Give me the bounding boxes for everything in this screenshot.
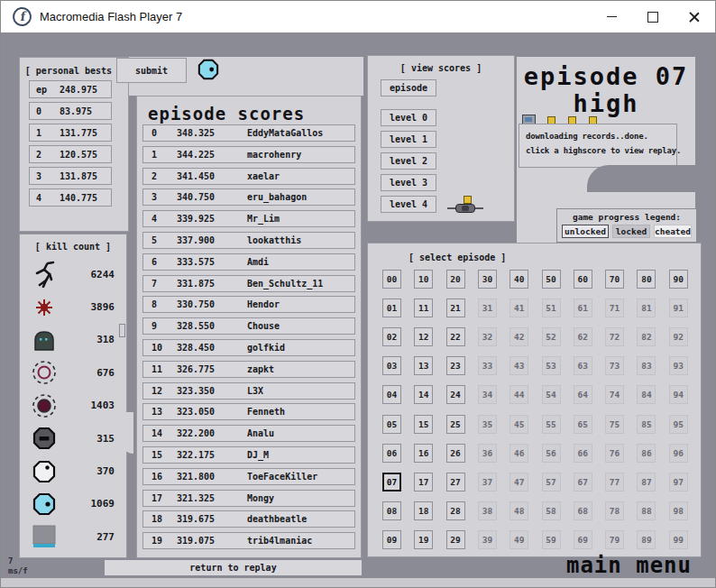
episode-cell-26[interactable]: 26 bbox=[446, 444, 465, 463]
highscore-row[interactable]: 17321.325Mongy bbox=[142, 490, 355, 507]
episode-cell-09[interactable]: 09 bbox=[382, 530, 401, 549]
highscore-row[interactable]: 6333.575Amdi bbox=[142, 253, 355, 271]
episode-cell-00[interactable]: 00 bbox=[382, 270, 401, 289]
highscore-row[interactable]: 14322.200Analu bbox=[142, 425, 355, 442]
highscore-row[interactable]: 15322.175DJ_M bbox=[142, 446, 355, 464]
episode-cell-56: 56 bbox=[542, 444, 561, 463]
highscore-row[interactable]: 19319.075trib4lmaniac bbox=[142, 532, 355, 549]
episode-cell-12[interactable]: 12 bbox=[414, 327, 433, 346]
highscore-row[interactable]: 2341.450xaelar bbox=[142, 168, 355, 185]
episode-cell-35: 35 bbox=[478, 415, 497, 434]
episode-cell-22[interactable]: 22 bbox=[446, 327, 465, 346]
highscore-name: Mongy bbox=[247, 493, 274, 503]
episode-cell-05[interactable]: 05 bbox=[382, 415, 401, 434]
episode-cell-11[interactable]: 11 bbox=[414, 299, 433, 317]
frame-time-unit: ms/f bbox=[8, 566, 28, 576]
highscore-name: eru_bahagon bbox=[247, 192, 307, 202]
episode-cell-06[interactable]: 06 bbox=[382, 444, 401, 463]
level-2-button[interactable]: level 2 bbox=[381, 152, 436, 170]
episode-cell-20[interactable]: 20 bbox=[446, 270, 465, 289]
highscore-row[interactable]: 13323.050Fenneth bbox=[142, 403, 355, 420]
episode-cell-70[interactable]: 70 bbox=[605, 270, 624, 289]
episode-cell-24[interactable]: 24 bbox=[446, 385, 465, 404]
rocket-launcher-core bbox=[462, 206, 469, 211]
episode-cell-16[interactable]: 16 bbox=[414, 444, 433, 463]
frame-time-value: 7 bbox=[8, 556, 28, 566]
highscore-rank: 12 bbox=[151, 386, 177, 396]
highscore-row[interactable]: 8330.750Hendor bbox=[142, 296, 355, 313]
episode-cell-36: 36 bbox=[478, 444, 497, 463]
episode-cell-62: 62 bbox=[574, 327, 592, 346]
minimize-button[interactable] bbox=[591, 1, 632, 32]
submit-button[interactable]: submit bbox=[116, 58, 187, 83]
episode-cell-96: 96 bbox=[669, 444, 688, 463]
highscore-score: 322.200 bbox=[177, 428, 247, 438]
highscore-row[interactable]: 5337.900lookatthis bbox=[142, 232, 355, 249]
episode-cell-25[interactable]: 25 bbox=[446, 415, 465, 434]
episode-cell-78: 78 bbox=[605, 501, 624, 520]
episode-cell-01[interactable]: 01 bbox=[382, 299, 401, 317]
episode-cell-60[interactable]: 60 bbox=[574, 270, 592, 289]
episode-cell-31: 31 bbox=[478, 299, 497, 317]
episode-cell-90[interactable]: 90 bbox=[669, 270, 688, 289]
personal-bests-panel: [ personal bests ] ep248.975083.9751131.… bbox=[19, 57, 129, 232]
highscore-rank: 16 bbox=[151, 472, 177, 482]
episode-cell-13[interactable]: 13 bbox=[414, 356, 433, 375]
highscore-row[interactable]: 1344.225macrohenry bbox=[142, 146, 355, 163]
highscore-row[interactable]: 10328.450golfkid bbox=[142, 339, 355, 356]
episode-cell-75: 75 bbox=[605, 415, 624, 434]
highscore-row[interactable]: 0348.325EddyMataGallos bbox=[142, 124, 355, 142]
highscore-row[interactable]: 18319.675deathbeatle bbox=[142, 510, 355, 528]
episode-cell-50[interactable]: 50 bbox=[542, 270, 561, 289]
episode-cell-07[interactable]: 07 bbox=[382, 473, 401, 492]
personal-best-level-label: 2 bbox=[36, 150, 60, 160]
episode-cell-54: 54 bbox=[542, 385, 561, 404]
maximize-button[interactable] bbox=[632, 1, 674, 32]
highscore-row[interactable]: 16321.800ToeFaceKiller bbox=[142, 468, 355, 485]
main-menu-button[interactable]: main menu bbox=[566, 553, 692, 578]
episode-cell-80[interactable]: 80 bbox=[637, 270, 656, 289]
episode-cell-27[interactable]: 27 bbox=[446, 473, 465, 492]
level-4-button[interactable]: level 4 bbox=[381, 196, 436, 213]
episode-cell-04[interactable]: 04 bbox=[382, 385, 401, 404]
level-0-button[interactable]: level 0 bbox=[381, 109, 436, 126]
episode-cell-30[interactable]: 30 bbox=[478, 270, 497, 289]
highscore-row[interactable]: 11326.775zapkt bbox=[142, 361, 355, 378]
episode-cell-59: 59 bbox=[542, 530, 561, 549]
level-3-button[interactable]: level 3 bbox=[381, 174, 436, 191]
personal-best-level-label: 1 bbox=[36, 128, 60, 138]
episode-cell-17[interactable]: 17 bbox=[414, 473, 433, 492]
episode-cell-64: 64 bbox=[574, 385, 592, 404]
episode-cell-28[interactable]: 28 bbox=[446, 501, 465, 520]
return-to-replay-button[interactable]: return to replay bbox=[105, 560, 362, 575]
highscore-rank: 2 bbox=[151, 171, 177, 181]
highscore-row[interactable]: 4339.925Mr_Lim bbox=[142, 210, 355, 227]
episode-cell-14[interactable]: 14 bbox=[414, 385, 433, 404]
frame-time-indicator: 7 ms/f bbox=[8, 556, 28, 576]
kill-count-row: 6244 bbox=[20, 258, 126, 290]
episode-button[interactable]: episode bbox=[381, 79, 436, 96]
episode-cell-40[interactable]: 40 bbox=[509, 270, 528, 289]
episode-cell-18[interactable]: 18 bbox=[414, 501, 433, 520]
highscore-rank: 8 bbox=[151, 299, 177, 309]
episode-cell-15[interactable]: 15 bbox=[414, 415, 433, 434]
highscore-row[interactable]: 12323.350L3X bbox=[142, 382, 355, 400]
episode-cell-08[interactable]: 08 bbox=[382, 501, 401, 520]
episode-cell-02[interactable]: 02 bbox=[382, 327, 401, 346]
close-button[interactable] bbox=[674, 1, 715, 32]
episode-cell-19[interactable]: 19 bbox=[414, 530, 433, 549]
dark-drone-icon bbox=[31, 427, 58, 450]
episode-cell-23[interactable]: 23 bbox=[446, 356, 465, 375]
highscore-row[interactable]: 7331.875Ben_Schultz_11 bbox=[142, 275, 355, 292]
episode-cell-29[interactable]: 29 bbox=[446, 530, 465, 549]
episode-cell-10[interactable]: 10 bbox=[414, 270, 433, 289]
level-1-button[interactable]: level 1 bbox=[381, 131, 436, 148]
episode-cell-03[interactable]: 03 bbox=[382, 356, 401, 375]
kill-count-scroll-thumb[interactable] bbox=[119, 324, 125, 337]
minimize-icon bbox=[607, 16, 617, 17]
highscore-row[interactable]: 3340.750eru_bahagon bbox=[142, 188, 355, 206]
episode-cell-81: 81 bbox=[637, 299, 656, 317]
episode-cell-21[interactable]: 21 bbox=[446, 299, 465, 317]
kill-count-value: 3896 bbox=[91, 301, 115, 313]
highscore-row[interactable]: 9328.550Chouse bbox=[142, 317, 355, 335]
